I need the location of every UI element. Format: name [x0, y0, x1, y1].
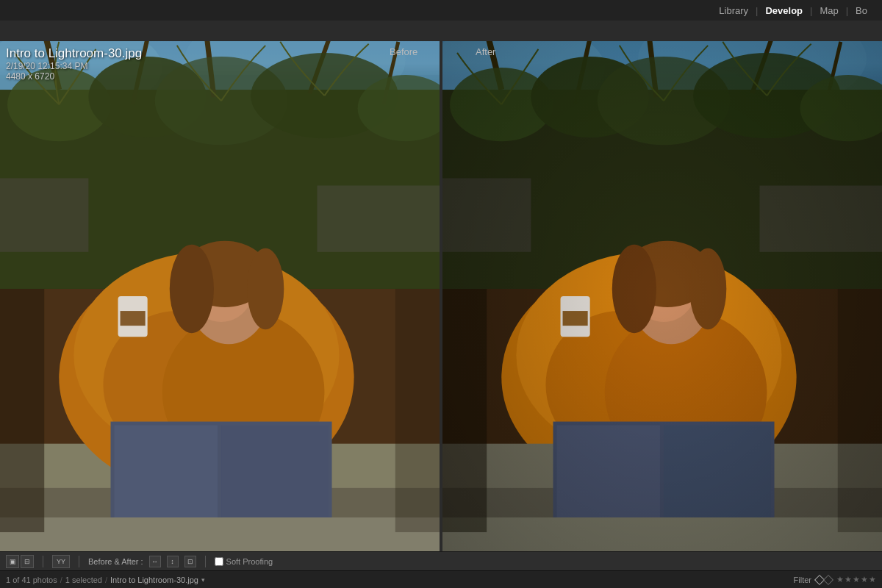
status-bar: 1 of 41 photos / 1 selected / Intro to L… — [0, 570, 882, 588]
svg-rect-77 — [442, 41, 882, 551]
diamond-filter-2[interactable] — [823, 574, 833, 584]
yy-button[interactable]: YY — [52, 555, 70, 568]
before-after-toolbar-label: Before & After : — [88, 557, 143, 566]
before-panel — [0, 41, 440, 551]
after-panel — [442, 41, 882, 551]
swap-after-btn[interactable]: ↕ — [167, 556, 179, 567]
before-photo-svg — [0, 41, 440, 551]
soft-proofing-label[interactable]: Soft Proofing — [226, 557, 273, 566]
star-3[interactable]: ★ — [853, 575, 860, 584]
star-1[interactable]: ★ — [836, 575, 844, 584]
view-single-btn[interactable]: ▣ — [6, 555, 19, 568]
top-navigation: Library | Develop | Map | Bo — [0, 0, 882, 21]
soft-proofing-group: Soft Proofing — [215, 557, 273, 566]
swap-before-btn[interactable]: ↔ — [149, 556, 161, 567]
svg-rect-38 — [0, 41, 440, 551]
panels-container — [0, 41, 882, 551]
status-sep-1: / — [60, 576, 62, 584]
status-left: 1 of 41 photos / 1 selected / Intro to L… — [6, 576, 205, 584]
status-sep-2: / — [105, 576, 107, 584]
star-2[interactable]: ★ — [845, 575, 852, 584]
star-rating: ★ ★ ★ ★ ★ — [836, 575, 876, 584]
nav-develop[interactable]: Develop — [758, 0, 810, 21]
view-mode-buttons: ▣ ⊟ — [6, 555, 34, 568]
toolbar-divider-1 — [43, 556, 43, 567]
after-label: After — [476, 46, 495, 57]
star-4[interactable]: ★ — [861, 575, 868, 584]
after-photo-canvas — [442, 41, 882, 551]
selected-count[interactable]: 1 selected — [65, 576, 102, 584]
nav-map[interactable]: Map — [812, 0, 845, 21]
status-right: Filter ★ ★ ★ ★ ★ — [794, 575, 876, 584]
toolbar-divider-3 — [205, 556, 206, 567]
filter-label: Filter — [794, 576, 811, 584]
photo-count[interactable]: 1 of 41 photos — [6, 576, 57, 584]
before-label: Before — [390, 46, 417, 57]
filter-diamonds — [816, 576, 832, 584]
before-photo-canvas — [0, 41, 440, 551]
soft-proofing-checkbox[interactable] — [215, 557, 223, 566]
bottom-toolbar: ▣ ⊟ YY Before & After : ↔ ↕ ⊡ Soft Proof… — [0, 551, 882, 570]
view-split-btn[interactable]: ⊟ — [21, 555, 34, 568]
after-photo-svg — [442, 41, 882, 551]
main-content: Intro to Lightroom-30.jpg 2/19/20 12:15:… — [0, 21, 882, 551]
copy-settings-btn[interactable]: ⊡ — [184, 556, 196, 567]
filename-dropdown-arrow[interactable]: ▾ — [201, 576, 205, 584]
status-filename[interactable]: Intro to Lightroom-30.jpg — [110, 576, 198, 584]
nav-library[interactable]: Library — [711, 0, 756, 21]
toolbar-divider-2 — [79, 556, 79, 567]
nav-book[interactable]: Bo — [848, 0, 875, 21]
star-5[interactable]: ★ — [869, 575, 876, 584]
